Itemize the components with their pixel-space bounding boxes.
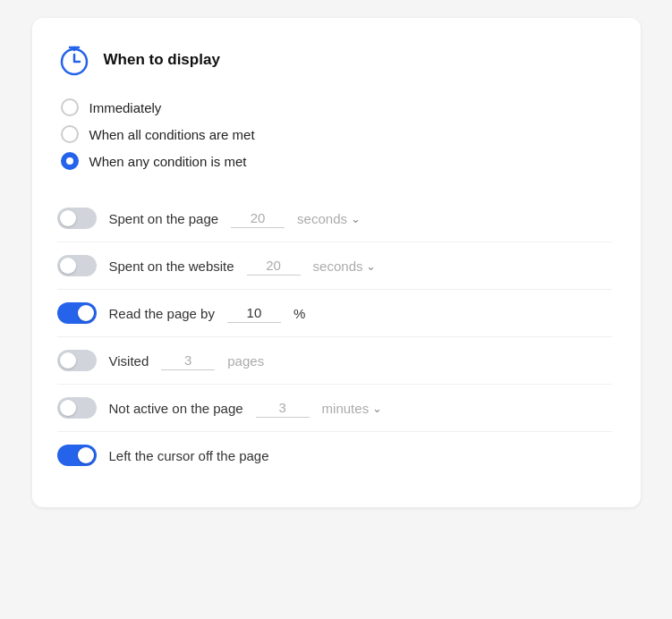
toggle-cursor-off[interactable] <box>57 445 97 466</box>
condition-spent-website-label: Spent on the website <box>109 259 234 274</box>
radio-any-condition-label: When any condition is met <box>89 154 247 169</box>
chevron-down-icon-website: ⌄ <box>366 259 376 273</box>
condition-spent-website-unit-label: seconds <box>313 259 363 274</box>
radio-any-condition-input[interactable] <box>61 152 79 170</box>
condition-visited-unit: pages <box>227 353 264 369</box>
condition-read-page-label: Read the page by <box>109 306 215 321</box>
condition-spent-website-unit[interactable]: seconds ⌄ <box>313 259 377 274</box>
condition-spent-page-unit-label: seconds <box>297 211 347 226</box>
condition-not-active-unit-label: minutes <box>322 401 370 416</box>
condition-spent-website: Spent on the website seconds ⌄ <box>57 242 612 290</box>
radio-immediately-label: Immediately <box>89 100 162 115</box>
radio-all-conditions-label: When all conditions are met <box>89 127 255 142</box>
card-header: When to display <box>57 43 612 77</box>
condition-read-page-input[interactable] <box>227 303 281 323</box>
condition-visited-input[interactable] <box>161 351 215 370</box>
radio-any-condition[interactable]: When any condition is met <box>61 152 612 170</box>
toggle-spent-website[interactable] <box>57 255 97 276</box>
display-timing-radio-group: Immediately When all conditions are met … <box>57 98 612 170</box>
chevron-down-icon-not-active: ⌄ <box>372 402 382 415</box>
condition-not-active: Not active on the page minutes ⌄ <box>57 385 612 432</box>
chevron-down-icon: ⌄ <box>351 212 361 225</box>
percent-sign: % <box>293 306 305 321</box>
section-title: When to display <box>104 51 220 69</box>
toggle-spent-page[interactable] <box>57 208 97 229</box>
condition-not-active-label: Not active on the page <box>109 401 243 416</box>
radio-all-conditions[interactable]: When all conditions are met <box>61 125 612 143</box>
condition-spent-page-label: Spent on the page <box>109 211 219 226</box>
radio-all-conditions-input[interactable] <box>61 125 79 143</box>
radio-immediately[interactable]: Immediately <box>61 98 612 116</box>
condition-cursor-off-label: Left the cursor off the page <box>109 448 269 463</box>
condition-not-active-input[interactable] <box>256 398 310 418</box>
timer-icon <box>57 43 91 77</box>
condition-visited: Visited pages <box>57 337 612 385</box>
toggle-read-page[interactable] <box>57 302 97 324</box>
when-to-display-card: When to display Immediately When all con… <box>32 18 641 507</box>
condition-spent-page-unit[interactable]: seconds ⌄ <box>297 211 361 226</box>
condition-not-active-unit[interactable]: minutes ⌄ <box>322 401 383 416</box>
toggle-visited[interactable] <box>57 350 97 371</box>
condition-spent-website-input[interactable] <box>247 256 301 276</box>
toggle-not-active[interactable] <box>57 397 97 419</box>
condition-read-page: Read the page by % <box>57 290 612 337</box>
condition-visited-label: Visited <box>109 353 149 369</box>
radio-immediately-input[interactable] <box>61 98 79 116</box>
condition-cursor-off: Left the cursor off the page <box>57 432 612 479</box>
condition-spent-page-input[interactable] <box>231 208 285 228</box>
condition-spent-page: Spent on the page seconds ⌄ <box>57 195 612 242</box>
conditions-list: Spent on the page seconds ⌄ Spent on the… <box>57 195 612 479</box>
